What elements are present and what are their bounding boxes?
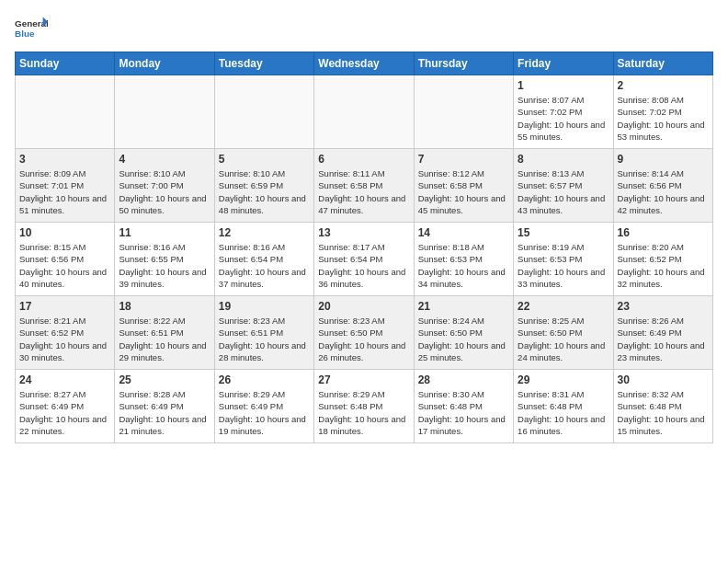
day-info: Sunrise: 8:24 AM Sunset: 6:50 PM Dayligh…	[418, 315, 509, 363]
day-info: Sunrise: 8:32 AM Sunset: 6:48 PM Dayligh…	[618, 388, 709, 437]
day-number: 26	[219, 373, 310, 386]
calendar-cell	[414, 75, 513, 149]
day-number: 18	[119, 300, 210, 313]
day-info: Sunrise: 8:20 AM Sunset: 6:52 PM Dayligh…	[618, 241, 709, 290]
calendar-cell	[314, 75, 414, 149]
svg-text:Blue: Blue	[15, 29, 35, 39]
day-number: 7	[418, 153, 509, 166]
day-info: Sunrise: 8:16 AM Sunset: 6:55 PM Dayligh…	[119, 241, 210, 290]
weekday-header: Saturday	[613, 52, 712, 75]
calendar-cell: 7Sunrise: 8:12 AM Sunset: 6:58 PM Daylig…	[414, 149, 513, 223]
weekday-header: Friday	[514, 52, 613, 75]
day-number: 14	[418, 226, 509, 239]
day-number: 11	[119, 226, 210, 239]
day-number: 1	[518, 79, 609, 92]
day-number: 17	[19, 300, 110, 313]
calendar-cell: 1Sunrise: 8:07 AM Sunset: 7:02 PM Daylig…	[514, 75, 613, 149]
calendar-cell: 9Sunrise: 8:14 AM Sunset: 6:56 PM Daylig…	[613, 149, 712, 223]
day-info: Sunrise: 8:08 AM Sunset: 7:02 PM Dayligh…	[618, 94, 709, 143]
day-number: 29	[518, 373, 609, 386]
calendar-cell: 4Sunrise: 8:10 AM Sunset: 7:00 PM Daylig…	[115, 149, 214, 223]
day-number: 8	[518, 153, 609, 166]
calendar-cell: 24Sunrise: 8:27 AM Sunset: 6:49 PM Dayli…	[16, 370, 115, 443]
day-number: 25	[119, 373, 210, 386]
day-number: 2	[618, 79, 709, 92]
calendar-table: SundayMondayTuesdayWednesdayThursdayFrid…	[15, 52, 713, 443]
day-info: Sunrise: 8:10 AM Sunset: 6:59 PM Dayligh…	[219, 167, 310, 216]
weekday-header: Thursday	[414, 52, 513, 75]
logo-icon: General Blue	[15, 15, 48, 40]
day-number: 27	[318, 373, 409, 386]
calendar-cell: 26Sunrise: 8:29 AM Sunset: 6:49 PM Dayli…	[214, 370, 313, 443]
day-number: 4	[119, 153, 210, 166]
day-info: Sunrise: 8:29 AM Sunset: 6:48 PM Dayligh…	[318, 388, 409, 437]
calendar-cell	[214, 75, 313, 149]
day-info: Sunrise: 8:25 AM Sunset: 6:50 PM Dayligh…	[518, 315, 609, 363]
calendar-cell	[115, 75, 214, 149]
day-number: 10	[19, 226, 110, 239]
day-number: 6	[318, 153, 409, 166]
calendar-week-row: 1Sunrise: 8:07 AM Sunset: 7:02 PM Daylig…	[16, 75, 713, 149]
calendar-cell: 29Sunrise: 8:31 AM Sunset: 6:48 PM Dayli…	[514, 370, 613, 443]
calendar-week-row: 24Sunrise: 8:27 AM Sunset: 6:49 PM Dayli…	[16, 370, 713, 443]
day-info: Sunrise: 8:15 AM Sunset: 6:56 PM Dayligh…	[19, 241, 110, 290]
day-number: 20	[318, 300, 409, 313]
calendar-cell: 10Sunrise: 8:15 AM Sunset: 6:56 PM Dayli…	[16, 223, 115, 296]
day-number: 5	[219, 153, 310, 166]
day-info: Sunrise: 8:14 AM Sunset: 6:56 PM Dayligh…	[618, 167, 709, 216]
day-info: Sunrise: 8:11 AM Sunset: 6:58 PM Dayligh…	[318, 167, 409, 216]
day-info: Sunrise: 8:28 AM Sunset: 6:49 PM Dayligh…	[119, 388, 210, 437]
day-number: 3	[19, 153, 110, 166]
day-info: Sunrise: 8:22 AM Sunset: 6:51 PM Dayligh…	[119, 315, 210, 363]
day-info: Sunrise: 8:16 AM Sunset: 6:54 PM Dayligh…	[219, 241, 310, 290]
page-header: General Blue	[15, 15, 713, 40]
day-info: Sunrise: 8:07 AM Sunset: 7:02 PM Dayligh…	[518, 94, 609, 143]
calendar-week-row: 3Sunrise: 8:09 AM Sunset: 7:01 PM Daylig…	[16, 149, 713, 223]
day-info: Sunrise: 8:23 AM Sunset: 6:50 PM Dayligh…	[318, 315, 409, 363]
calendar-cell: 30Sunrise: 8:32 AM Sunset: 6:48 PM Dayli…	[613, 370, 712, 443]
day-number: 30	[618, 373, 709, 386]
weekday-header-row: SundayMondayTuesdayWednesdayThursdayFrid…	[16, 52, 713, 75]
calendar-cell: 5Sunrise: 8:10 AM Sunset: 6:59 PM Daylig…	[214, 149, 313, 223]
day-number: 15	[518, 226, 609, 239]
calendar-cell: 27Sunrise: 8:29 AM Sunset: 6:48 PM Dayli…	[314, 370, 414, 443]
day-info: Sunrise: 8:10 AM Sunset: 7:00 PM Dayligh…	[119, 167, 210, 216]
day-number: 12	[219, 226, 310, 239]
day-info: Sunrise: 8:23 AM Sunset: 6:51 PM Dayligh…	[219, 315, 310, 363]
logo: General Blue	[15, 15, 48, 40]
calendar-cell: 8Sunrise: 8:13 AM Sunset: 6:57 PM Daylig…	[514, 149, 613, 223]
day-number: 24	[19, 373, 110, 386]
calendar-cell: 13Sunrise: 8:17 AM Sunset: 6:54 PM Dayli…	[314, 223, 414, 296]
calendar-cell: 21Sunrise: 8:24 AM Sunset: 6:50 PM Dayli…	[414, 296, 513, 370]
day-info: Sunrise: 8:19 AM Sunset: 6:53 PM Dayligh…	[518, 241, 609, 290]
calendar-cell: 12Sunrise: 8:16 AM Sunset: 6:54 PM Dayli…	[214, 223, 313, 296]
calendar-cell: 19Sunrise: 8:23 AM Sunset: 6:51 PM Dayli…	[214, 296, 313, 370]
calendar-cell: 23Sunrise: 8:26 AM Sunset: 6:49 PM Dayli…	[613, 296, 712, 370]
calendar-cell: 2Sunrise: 8:08 AM Sunset: 7:02 PM Daylig…	[613, 75, 712, 149]
day-info: Sunrise: 8:27 AM Sunset: 6:49 PM Dayligh…	[19, 388, 110, 437]
calendar-cell: 15Sunrise: 8:19 AM Sunset: 6:53 PM Dayli…	[514, 223, 613, 296]
calendar-cell: 18Sunrise: 8:22 AM Sunset: 6:51 PM Dayli…	[115, 296, 214, 370]
day-number: 16	[618, 226, 709, 239]
day-info: Sunrise: 8:17 AM Sunset: 6:54 PM Dayligh…	[318, 241, 409, 290]
day-info: Sunrise: 8:31 AM Sunset: 6:48 PM Dayligh…	[518, 388, 609, 437]
day-info: Sunrise: 8:21 AM Sunset: 6:52 PM Dayligh…	[19, 315, 110, 363]
calendar-cell: 17Sunrise: 8:21 AM Sunset: 6:52 PM Dayli…	[16, 296, 115, 370]
calendar-cell: 16Sunrise: 8:20 AM Sunset: 6:52 PM Dayli…	[613, 223, 712, 296]
calendar-week-row: 10Sunrise: 8:15 AM Sunset: 6:56 PM Dayli…	[16, 223, 713, 296]
day-number: 9	[618, 153, 709, 166]
day-info: Sunrise: 8:30 AM Sunset: 6:48 PM Dayligh…	[418, 388, 509, 437]
weekday-header: Tuesday	[214, 52, 313, 75]
day-info: Sunrise: 8:29 AM Sunset: 6:49 PM Dayligh…	[219, 388, 310, 437]
calendar-cell: 22Sunrise: 8:25 AM Sunset: 6:50 PM Dayli…	[514, 296, 613, 370]
day-info: Sunrise: 8:13 AM Sunset: 6:57 PM Dayligh…	[518, 167, 609, 216]
day-info: Sunrise: 8:18 AM Sunset: 6:53 PM Dayligh…	[418, 241, 509, 290]
weekday-header: Monday	[115, 52, 214, 75]
calendar-cell: 20Sunrise: 8:23 AM Sunset: 6:50 PM Dayli…	[314, 296, 414, 370]
calendar-cell: 14Sunrise: 8:18 AM Sunset: 6:53 PM Dayli…	[414, 223, 513, 296]
calendar-cell: 11Sunrise: 8:16 AM Sunset: 6:55 PM Dayli…	[115, 223, 214, 296]
calendar-cell	[16, 75, 115, 149]
day-number: 22	[518, 300, 609, 313]
day-info: Sunrise: 8:12 AM Sunset: 6:58 PM Dayligh…	[418, 167, 509, 216]
day-number: 19	[219, 300, 310, 313]
